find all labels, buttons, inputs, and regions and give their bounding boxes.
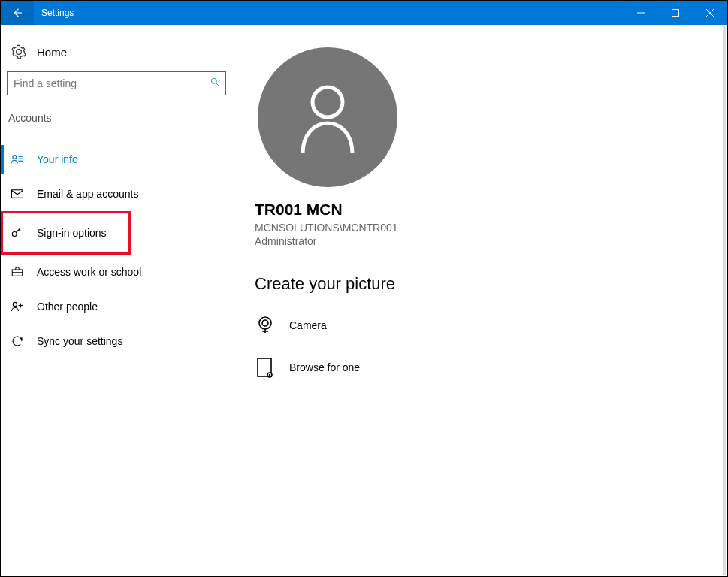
camera-option[interactable]: Camera <box>255 315 727 336</box>
minimize-button[interactable] <box>624 1 658 25</box>
svg-line-6 <box>216 83 219 86</box>
home-button[interactable]: Home <box>1 40 232 64</box>
svg-point-19 <box>262 320 268 326</box>
svg-point-7 <box>13 156 17 159</box>
nav-item-your-info[interactable]: Your info <box>1 142 232 177</box>
maximize-icon <box>671 8 680 17</box>
envelope-icon <box>10 186 25 201</box>
minimize-icon <box>636 8 645 17</box>
nav-item-email-app-accounts[interactable]: Email & app accounts <box>1 177 232 211</box>
nav-list: Your info Email & app accounts Sign-in o… <box>1 142 232 358</box>
camera-label: Camera <box>289 319 327 331</box>
browse-label: Browse for one <box>289 361 360 373</box>
back-button[interactable] <box>1 1 34 25</box>
nav-item-access-work-school[interactable]: Access work or school <box>1 255 232 289</box>
sidebar: Home Accounts Your info <box>1 25 232 576</box>
key-icon <box>10 225 25 240</box>
camera-icon <box>255 315 276 336</box>
svg-rect-11 <box>12 190 23 198</box>
account-domain-user: MCNSOLUTIONS\MCNTR001 <box>255 222 727 234</box>
maximize-button[interactable] <box>658 1 693 25</box>
section-label-accounts: Accounts <box>1 95 232 124</box>
title-bar: Settings <box>1 1 727 25</box>
window-controls <box>624 1 727 25</box>
avatar <box>258 47 397 187</box>
nav-item-sign-in-options[interactable]: Sign-in options <box>1 211 131 255</box>
search-input[interactable] <box>7 71 226 95</box>
scrollbar[interactable] <box>723 26 726 575</box>
svg-point-14 <box>13 302 17 306</box>
nav-label: Sync your settings <box>37 335 122 347</box>
svg-rect-2 <box>672 10 679 17</box>
nav-label: Other people <box>37 301 98 313</box>
svg-point-5 <box>211 78 216 83</box>
account-display-name: TR001 MCN <box>255 201 727 219</box>
close-icon <box>705 8 714 17</box>
window-title: Settings <box>34 8 624 18</box>
search-icon <box>210 77 220 90</box>
svg-point-17 <box>313 87 343 117</box>
person-list-icon <box>10 152 25 167</box>
people-plus-icon <box>10 299 25 314</box>
nav-item-sync-settings[interactable]: Sync your settings <box>1 324 232 358</box>
home-label: Home <box>37 46 67 59</box>
svg-point-12 <box>12 232 17 237</box>
nav-item-other-people[interactable]: Other people <box>1 289 232 324</box>
arrow-left-icon <box>11 6 24 20</box>
gear-icon <box>11 44 26 59</box>
svg-point-18 <box>259 317 271 329</box>
sync-icon <box>10 334 25 349</box>
account-role: Administrator <box>255 235 727 247</box>
svg-point-22 <box>269 374 271 376</box>
close-button[interactable] <box>693 1 727 25</box>
nav-label: Your info <box>37 153 78 165</box>
browse-icon <box>255 357 276 378</box>
nav-label: Sign-in options <box>37 227 107 239</box>
create-picture-heading: Create your picture <box>255 274 727 294</box>
nav-label: Email & app accounts <box>37 188 138 200</box>
browse-option[interactable]: Browse for one <box>255 357 727 378</box>
briefcase-icon <box>10 264 25 279</box>
nav-label: Access work or school <box>37 266 141 278</box>
person-icon <box>294 80 361 155</box>
content: TR001 MCN MCNSOLUTIONS\MCNTR001 Administ… <box>232 25 727 576</box>
